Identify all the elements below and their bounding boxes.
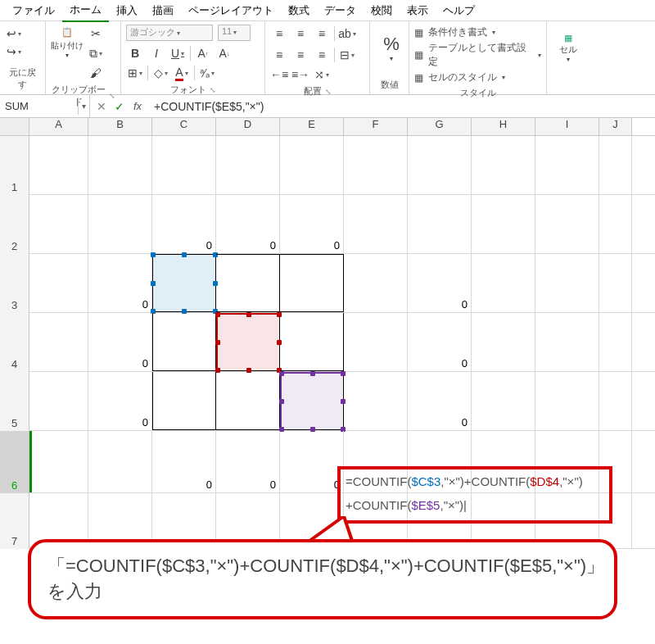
col-header-A[interactable]: A xyxy=(29,118,88,135)
wrap-text-icon[interactable]: ab xyxy=(338,25,356,43)
cell-B2[interactable] xyxy=(88,195,152,253)
row-header-6[interactable]: 6 xyxy=(0,431,29,493)
menu-pagelayout[interactable]: ページレイアウト xyxy=(181,0,281,21)
format-as-table[interactable]: ▦テーブルとして書式設定 ▾ xyxy=(414,40,541,70)
font-family-select[interactable]: 游ゴシック xyxy=(126,25,213,41)
cell-C3[interactable] xyxy=(152,254,216,312)
launcher-icon[interactable]: ⤡ xyxy=(325,88,332,96)
cell-J4[interactable] xyxy=(599,313,632,371)
row-header-3[interactable]: 3 xyxy=(0,254,29,313)
cell-G5[interactable]: 0 xyxy=(408,372,472,430)
cancel-icon[interactable]: ✕ xyxy=(93,100,110,113)
cell-J2[interactable] xyxy=(599,195,632,253)
cell-H5[interactable] xyxy=(472,372,535,430)
cell-I3[interactable] xyxy=(535,254,599,312)
bold-icon[interactable]: B xyxy=(126,44,144,62)
cell-J3[interactable] xyxy=(599,254,632,312)
col-header-C[interactable]: C xyxy=(152,118,216,135)
row-header-5[interactable]: 5 xyxy=(0,372,29,431)
shrink-font-icon[interactable]: A↓ xyxy=(215,44,233,62)
cell-G2[interactable] xyxy=(408,195,472,253)
col-header-B[interactable]: B xyxy=(88,118,152,135)
cell-F1[interactable] xyxy=(344,136,408,194)
menu-file[interactable]: ファイル xyxy=(5,0,62,21)
menu-insert[interactable]: 挿入 xyxy=(109,0,145,21)
underline-icon[interactable]: U xyxy=(169,44,187,62)
cell-A5[interactable] xyxy=(29,372,88,430)
cell-E2[interactable]: 0 xyxy=(280,195,344,253)
align-center-icon[interactable]: ≡ xyxy=(291,46,309,64)
cell-H3[interactable] xyxy=(472,254,535,312)
cell-A4[interactable] xyxy=(29,313,88,371)
col-header-E[interactable]: E xyxy=(280,118,344,135)
conditional-formatting[interactable]: ▦条件付き書式 ▾ xyxy=(414,25,541,40)
cell-G3[interactable]: 0 xyxy=(408,254,472,312)
cell-G4[interactable]: 0 xyxy=(408,313,472,371)
cell-D5[interactable] xyxy=(216,372,280,430)
cell-D2[interactable]: 0 xyxy=(216,195,280,253)
copy-icon[interactable]: ⧉ xyxy=(87,44,105,62)
cell-F2[interactable] xyxy=(344,195,408,253)
indent-icon[interactable]: ≡→ xyxy=(291,66,309,84)
col-header-F[interactable]: F xyxy=(344,118,408,135)
cell-I4[interactable] xyxy=(535,313,599,371)
launcher-icon[interactable]: ⤡ xyxy=(210,86,216,94)
cell-B3[interactable]: 0 xyxy=(88,254,152,312)
insert-cells-button[interactable]: ▦セル▾ xyxy=(552,25,585,70)
cell-C4[interactable] xyxy=(152,313,216,371)
font-color-icon[interactable]: A xyxy=(173,64,191,82)
cell-E3[interactable] xyxy=(280,254,344,312)
menu-view[interactable]: 表示 xyxy=(400,0,436,21)
align-right-icon[interactable]: ≡ xyxy=(313,46,331,64)
cut-icon[interactable]: ✂ xyxy=(87,25,105,43)
row-header-1[interactable]: 1 xyxy=(0,136,29,195)
cell-A3[interactable] xyxy=(29,254,88,312)
cell-B6[interactable] xyxy=(88,431,152,492)
menu-home[interactable]: ホーム xyxy=(62,0,109,22)
cell-D6[interactable]: 0 xyxy=(216,431,280,492)
outdent-icon[interactable]: ←≡ xyxy=(270,66,288,84)
select-all[interactable] xyxy=(0,118,29,135)
align-bottom-icon[interactable]: ≡ xyxy=(313,25,331,43)
col-header-I[interactable]: I xyxy=(535,118,599,135)
row-header-4[interactable]: 4 xyxy=(0,313,29,372)
cell-C1[interactable] xyxy=(152,136,216,194)
enter-icon[interactable]: ✓ xyxy=(111,100,128,113)
italic-icon[interactable]: I xyxy=(147,44,165,62)
cell-D1[interactable] xyxy=(216,136,280,194)
formula-input[interactable]: +COUNTIF($E$5,"×") xyxy=(149,98,655,116)
cell-G1[interactable] xyxy=(408,136,472,194)
col-header-D[interactable]: D xyxy=(216,118,280,135)
cell-B1[interactable] xyxy=(88,136,152,194)
number-percent-icon[interactable]: %▾ xyxy=(375,25,408,70)
cell-styles[interactable]: ▦セルのスタイル ▾ xyxy=(414,70,541,85)
cell-E4[interactable] xyxy=(280,313,344,371)
cell-J1[interactable] xyxy=(599,136,632,194)
cell-I5[interactable] xyxy=(535,372,599,430)
cell-A6[interactable] xyxy=(29,431,88,492)
launcher-icon[interactable]: ⤡ xyxy=(109,92,115,100)
col-header-J[interactable]: J xyxy=(599,118,632,135)
cell-E5[interactable] xyxy=(280,372,344,430)
cell-E6[interactable]: 0 xyxy=(280,431,344,492)
menu-review[interactable]: 校閲 xyxy=(364,0,400,21)
fill-color-icon[interactable]: ◇ xyxy=(151,64,169,82)
cell-H2[interactable] xyxy=(472,195,535,253)
align-left-icon[interactable]: ≡ xyxy=(270,46,288,64)
cell-E1[interactable] xyxy=(280,136,344,194)
cell-C2[interactable]: 0 xyxy=(152,195,216,253)
row-header-2[interactable]: 2 xyxy=(0,195,29,254)
phonetic-icon[interactable]: ᵃ⁄ₐ xyxy=(198,64,216,82)
menu-help[interactable]: ヘルプ xyxy=(436,0,482,21)
name-box[interactable]: SUM xyxy=(0,98,79,115)
cell-C6[interactable]: 0 xyxy=(152,431,216,492)
cell-D4[interactable] xyxy=(216,313,280,371)
grow-font-icon[interactable]: A↑ xyxy=(194,44,212,62)
col-header-G[interactable]: G xyxy=(408,118,472,135)
cell-C5[interactable] xyxy=(152,372,216,430)
cell-A1[interactable] xyxy=(29,136,88,194)
cell-J5[interactable] xyxy=(599,372,632,430)
undo-icon[interactable]: ↩ xyxy=(5,25,23,43)
cell-H4[interactable] xyxy=(472,313,535,371)
cell-F4[interactable] xyxy=(344,313,408,371)
